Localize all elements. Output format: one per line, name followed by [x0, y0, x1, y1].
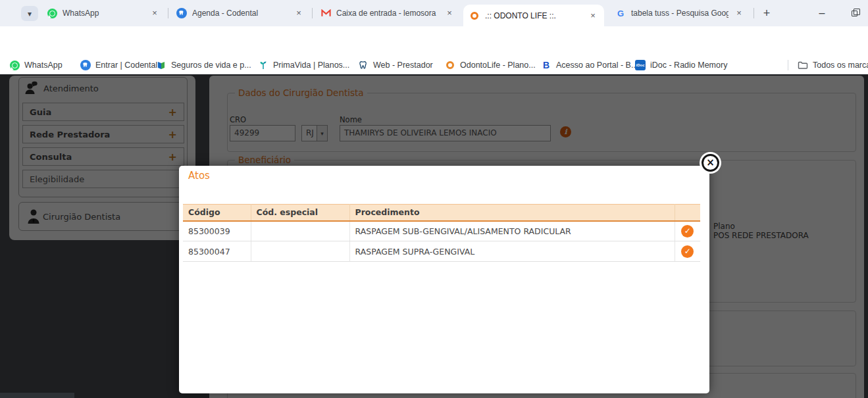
close-tab-icon[interactable]: × [588, 11, 598, 21]
header-codigo: Código [183, 205, 251, 221]
bookmark-idoc[interactable]: iDoc iDoc - Radio Memory [635, 57, 727, 74]
seguros-flag-icon [156, 60, 166, 70]
procedures-table: Código Cód. especial Procedimento 853000… [183, 204, 700, 262]
odonto-life-icon [469, 11, 480, 21]
whatsapp-icon [9, 60, 20, 70]
odontolife-ring-icon [445, 60, 455, 70]
atos-modal: Atos Código Cód. especial Procedimento 8… [179, 166, 709, 393]
close-tab-icon[interactable]: × [444, 8, 455, 18]
tab-title: WhatsApp [63, 9, 144, 18]
status-bubble [0, 393, 74, 398]
cell-cod-especial [251, 241, 349, 262]
chevron-down-icon: ▾ [28, 9, 32, 18]
close-tab-icon[interactable]: × [149, 8, 160, 18]
modal-close-button[interactable]: × [702, 154, 719, 172]
tab-gmail[interactable]: Caixa de entrada - lemosora × [315, 0, 461, 26]
close-tab-icon[interactable]: × [734, 8, 744, 18]
new-tab-button[interactable]: + [758, 5, 775, 22]
cell-codigo: 85300047 [183, 241, 251, 262]
tab-title: .:: ODONTO LIFE ::. [485, 11, 582, 20]
check-icon[interactable]: ✓ [681, 225, 694, 237]
bookmark-odontolife[interactable]: OdontoLife - Plano... [445, 57, 536, 74]
primavida-sprout-icon [258, 60, 268, 70]
bookmark-whatsapp[interactable]: WhatsApp [9, 57, 63, 74]
cell-status: ✓ [675, 241, 700, 262]
tooth-outline-icon [358, 60, 369, 70]
cell-codigo: 85300039 [183, 221, 251, 241]
cell-status: ✓ [675, 221, 700, 241]
tab-strip: ▾ WhatsApp × Agenda - Codental × Caixa d… [0, 0, 868, 26]
tab-google-search[interactable]: G tabela tuss - Pesquisa Goog × [609, 0, 750, 26]
tab-search-button[interactable]: ▾ [21, 6, 38, 21]
tab-separator [753, 8, 754, 18]
tab-agenda-codental[interactable]: Agenda - Codental × [170, 0, 310, 26]
restore-icon [852, 11, 857, 16]
codental-tooth-icon [176, 8, 187, 18]
gmail-icon [320, 8, 331, 18]
portal-b-icon: B [541, 60, 551, 70]
tab-title: Agenda - Codental [192, 9, 288, 18]
browser-toolbar: ← → unioweb.com.br/Odonto/Trade.do ☆ [0, 26, 868, 57]
bookmarks-separator [788, 60, 788, 70]
bookmark-seguros[interactable]: Seguros de vida e p... [156, 57, 251, 74]
bookmark-acesso-portal[interactable]: B Acesso ao Portal - B... [541, 57, 638, 74]
folder-icon [798, 60, 808, 70]
codental-tooth-icon [80, 60, 91, 70]
header-procedimento: Procedimento [349, 205, 675, 221]
idoc-icon: iDoc [635, 60, 646, 70]
whatsapp-icon [47, 8, 57, 18]
tab-title: tabela tuss - Pesquisa Goog [631, 9, 728, 18]
header-status [675, 205, 700, 221]
web-page: Atendimento Guia + Rede Prestadora + Con… [0, 74, 868, 398]
close-tab-icon[interactable]: × [294, 8, 304, 18]
cell-procedimento: RASPAGEM SUB-GENGIVAL/ALISAMENTO RADICUL… [349, 221, 675, 241]
tab-title: Caixa de entrada - lemosora [336, 9, 439, 18]
header-cod-especial: Cód. especial [251, 205, 349, 221]
modal-title: Atos [188, 170, 210, 182]
google-icon: G [615, 8, 626, 18]
cell-procedimento: RASPAGEM SUPRA-GENGIVAL [349, 241, 675, 262]
bookmark-all-folder[interactable]: Todos os marca [798, 57, 868, 74]
table-header-row: Código Cód. especial Procedimento [183, 205, 700, 221]
bookmark-entrar-codental[interactable]: Entrar | Codental [80, 57, 157, 74]
cell-cod-especial [251, 221, 349, 241]
bookmarks-bar: WhatsApp Entrar | Codental Seguros de vi… [0, 57, 868, 74]
bookmark-web-prestador[interactable]: Web - Prestador [358, 57, 433, 74]
restore-window-button[interactable] [844, 5, 864, 21]
tab-whatsapp[interactable]: WhatsApp × [41, 0, 166, 26]
tab-odonto-life-active[interactable]: .:: ODONTO LIFE ::. × [463, 5, 604, 26]
browser-window: ▾ WhatsApp × Agenda - Codental × Caixa d… [0, 0, 868, 398]
check-icon[interactable]: ✓ [681, 245, 694, 258]
table-row[interactable]: 85300039 RASPAGEM SUB-GENGIVAL/ALISAMENT… [183, 221, 700, 241]
tab-separator [312, 8, 313, 18]
bookmark-primavida[interactable]: PrimaVida | Planos... [258, 57, 349, 74]
tab-separator [168, 8, 168, 18]
table-row[interactable]: 85300047 RASPAGEM SUPRA-GENGIVAL ✓ [183, 241, 700, 262]
minimize-button[interactable]: – [812, 5, 832, 21]
